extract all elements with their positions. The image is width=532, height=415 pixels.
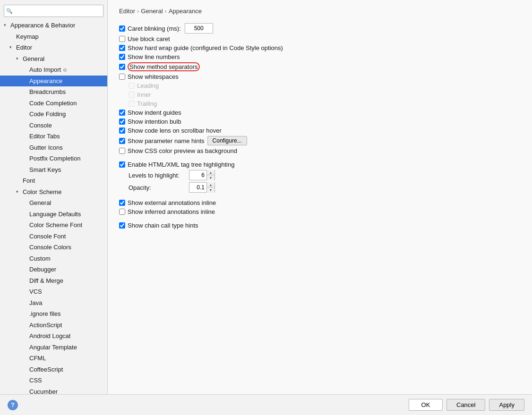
use-block-caret-label[interactable]: Use block caret [119, 35, 170, 42]
sidebar-item-general[interactable]: ▾ General [0, 53, 107, 65]
show-method-separators-checkbox[interactable] [119, 64, 125, 70]
opacity-down-arrow[interactable]: ▼ [207, 187, 215, 193]
sidebar-item-smart-keys[interactable]: Smart Keys [0, 164, 107, 176]
show-line-numbers-row: Show line numbers [119, 52, 521, 61]
leading-label[interactable]: Leading [129, 82, 159, 89]
help-button[interactable]: ? [8, 400, 18, 410]
sidebar-item-appearance-behavior[interactable]: ▾ Appearance & Behavior [0, 20, 107, 31]
chevron-icon: ▾ [16, 189, 23, 195]
sidebar-item-editor[interactable]: ▾ Editor [0, 42, 107, 53]
show-chain-call-row: Show chain call type hints [119, 221, 521, 230]
levels-up-arrow[interactable]: ▲ [207, 170, 215, 175]
show-css-color-text: Show CSS color preview as background [128, 147, 237, 154]
trailing-label[interactable]: Trailing [129, 100, 157, 107]
opacity-row: Opacity: ▲ ▼ [119, 181, 521, 194]
show-css-color-checkbox[interactable] [119, 148, 125, 154]
show-line-numbers-checkbox[interactable] [119, 54, 125, 60]
sidebar-item-debugger[interactable]: Debugger [0, 264, 107, 275]
sidebar-item-font[interactable]: Font [0, 175, 107, 186]
show-indent-guides-row: Show indent guides [119, 108, 521, 117]
sidebar-item-code-completion[interactable]: Code Completion [0, 98, 107, 109]
sidebar-item-keymap[interactable]: Keymap [0, 31, 107, 42]
opacity-up-arrow[interactable]: ▲ [207, 182, 215, 187]
inner-text: Inner [137, 91, 151, 98]
sidebar-item-angular-template[interactable]: Angular Template [0, 342, 107, 353]
sidebar-item-language-defaults[interactable]: Language Defaults [0, 209, 107, 220]
enable-html-xml-label[interactable]: Enable HTML/XML tag tree highlighting [119, 161, 234, 168]
show-intention-bulb-checkbox[interactable] [119, 119, 125, 125]
sidebar-item-css[interactable]: CSS [0, 375, 107, 386]
caret-blinking-checkbox[interactable] [119, 25, 125, 32]
show-external-annotations-label[interactable]: Show external annotations inline [119, 199, 216, 206]
show-line-numbers-text: Show line numbers [128, 53, 180, 60]
sidebar-item-vcs[interactable]: VCS [0, 286, 107, 297]
sidebar-item-code-folding[interactable]: Code Folding [0, 109, 107, 120]
sidebar-item-diff-merge[interactable]: Diff & Merge [0, 275, 107, 287]
show-inferred-annotations-checkbox[interactable] [119, 209, 125, 215]
caret-blinking-checkbox-label[interactable]: Caret blinking (ms): [119, 25, 181, 32]
search-box[interactable]: 🔍 [4, 5, 103, 17]
show-code-lens-label[interactable]: Show code lens on scrollbar hover [119, 127, 222, 134]
levels-spinbox[interactable]: ▲ ▼ [189, 170, 215, 180]
sidebar-item-coffeescript[interactable]: CoffeeScript [0, 364, 107, 375]
sidebar-item-color-scheme-font[interactable]: Color Scheme Font [0, 220, 107, 231]
show-inferred-annotations-label[interactable]: Show inferred annotations inline [119, 208, 215, 215]
show-code-lens-checkbox[interactable] [119, 127, 125, 134]
sidebar-item-color-scheme[interactable]: ▾ Color Scheme [0, 186, 107, 198]
trailing-text: Trailing [137, 100, 157, 107]
sidebar-item-postfix-completion[interactable]: Postfix Completion [0, 153, 107, 164]
enable-html-xml-checkbox[interactable] [119, 161, 125, 168]
sidebar-item-console[interactable]: Console [0, 120, 107, 131]
levels-down-arrow[interactable]: ▼ [207, 175, 215, 180]
sidebar-item-breadcrumbs[interactable]: Breadcrumbs [0, 86, 107, 98]
show-indent-guides-label[interactable]: Show indent guides [119, 109, 181, 116]
show-method-separators-label[interactable]: Show method separators [119, 62, 200, 71]
sidebar-item-auto-import[interactable]: Auto Import ⚙ [0, 64, 107, 76]
inner-label[interactable]: Inner [129, 91, 151, 98]
sidebar-item-android-logcat[interactable]: Android Logcat [0, 330, 107, 342]
trailing-row: Trailing [119, 99, 521, 108]
sidebar-item-actionscript[interactable]: ActionScript [0, 320, 107, 331]
apply-button[interactable]: Apply [489, 399, 524, 411]
sidebar-item-label: Java [29, 298, 42, 308]
sidebar-item-console-font[interactable]: Console Font [0, 231, 107, 242]
sidebar-item-cs-general[interactable]: General [0, 197, 107, 209]
sidebar-item-label: Console Colors [29, 243, 71, 252]
show-whitespaces-label[interactable]: Show whitespaces [119, 73, 179, 80]
sidebar-item-editor-tabs[interactable]: Editor Tabs [0, 131, 107, 142]
inner-checkbox[interactable] [129, 92, 135, 98]
show-hard-wrap-label[interactable]: Show hard wrap guide (configured in Code… [119, 44, 283, 51]
show-whitespaces-checkbox[interactable] [119, 74, 125, 80]
sidebar-item-gutter-icons[interactable]: Gutter Icons [0, 142, 107, 153]
show-intention-bulb-label[interactable]: Show intention bulb [119, 118, 181, 125]
show-method-separators-text: Show method separators [128, 62, 200, 71]
show-parameter-hints-label[interactable]: Show parameter name hints [119, 137, 205, 144]
opacity-input[interactable] [189, 184, 206, 191]
sidebar-item-cucumber[interactable]: Cucumber [0, 386, 107, 395]
sidebar-item-appearance[interactable]: Appearance [0, 76, 107, 87]
sidebar-item-cfml[interactable]: CFML [0, 353, 107, 364]
leading-checkbox[interactable] [129, 83, 135, 89]
sidebar: 🔍 ▾ Appearance & Behavior Keymap ▾ Edito… [0, 0, 108, 394]
search-input[interactable] [4, 5, 103, 17]
opacity-spinbox[interactable]: ▲ ▼ [189, 182, 215, 193]
levels-input[interactable] [189, 172, 206, 178]
sidebar-item-console-colors[interactable]: Console Colors [0, 242, 107, 253]
show-indent-guides-checkbox[interactable] [119, 110, 125, 116]
caret-blinking-input[interactable] [185, 23, 213, 34]
show-external-annotations-checkbox[interactable] [119, 200, 125, 206]
sidebar-item-java[interactable]: Java [0, 297, 107, 309]
use-block-caret-checkbox[interactable] [119, 36, 125, 42]
configure-button[interactable]: Configure... [207, 136, 247, 145]
sidebar-item-ignore-files[interactable]: .ignore files [0, 308, 107, 320]
trailing-checkbox[interactable] [129, 101, 135, 107]
show-parameter-hints-checkbox[interactable] [119, 138, 125, 144]
show-css-color-label[interactable]: Show CSS color preview as background [119, 147, 237, 154]
cancel-button[interactable]: Cancel [446, 399, 485, 411]
ok-button[interactable]: OK [409, 399, 443, 411]
show-chain-call-checkbox[interactable] [119, 222, 125, 229]
sidebar-item-custom[interactable]: Custom [0, 253, 107, 264]
show-chain-call-label[interactable]: Show chain call type hints [119, 222, 198, 229]
show-hard-wrap-checkbox[interactable] [119, 45, 125, 51]
show-line-numbers-label[interactable]: Show line numbers [119, 53, 180, 60]
